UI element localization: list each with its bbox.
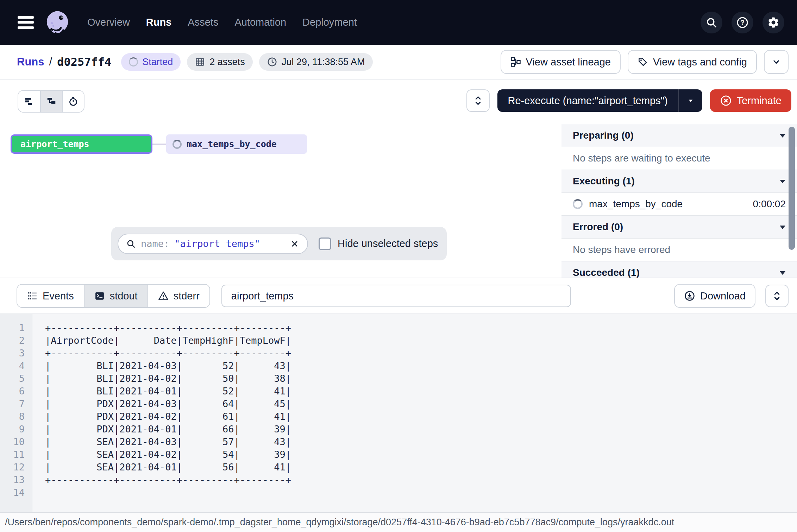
executing-step-row[interactable]: max_temps_by_code 0:00:02 <box>561 193 797 215</box>
download-icon <box>684 290 695 302</box>
section-succeeded-header[interactable]: Succeeded (1) <box>561 261 797 278</box>
table-grid-icon <box>195 57 205 67</box>
log-line: | BLI|2021-04-01| 52| 41| <box>45 385 797 398</box>
triangle-down-icon <box>779 271 786 275</box>
run-graph-panel: Re-execute (name:"airport_temps") Termin… <box>0 80 797 278</box>
log-line: | SEA|2021-04-03| 57| 43| <box>45 436 797 448</box>
question-icon: ? <box>736 16 749 29</box>
nav-item-overview[interactable]: Overview <box>87 17 130 28</box>
assets-count-badge[interactable]: 2 assets <box>187 53 253 71</box>
log-step-selector[interactable]: airport_temps <box>221 285 571 307</box>
log-line <box>45 486 797 499</box>
tag-icon <box>638 57 648 67</box>
log-line: |AirportCode| Date|TempHighF|TempLowF| <box>45 334 797 347</box>
log-line: | BLI|2021-04-03| 52| 43| <box>45 360 797 372</box>
nav-item-runs[interactable]: Runs <box>146 17 172 28</box>
run-steps-sidebar: Preparing (0) No steps are waiting to ex… <box>561 124 797 278</box>
close-icon <box>290 239 300 249</box>
hide-unselected-label[interactable]: Hide unselected steps <box>338 238 438 249</box>
log-line: | PDX|2021-04-02| 61| 41| <box>45 410 797 423</box>
reexecute-dropdown[interactable] <box>678 89 702 112</box>
gantt-flat-icon <box>24 96 34 107</box>
status-spinner-icon <box>129 57 138 66</box>
log-line: | PDX|2021-04-03| 64| 45| <box>45 398 797 410</box>
log-line: | SEA|2021-04-01| 56| 41| <box>45 461 797 474</box>
view-mode-toggle <box>18 90 84 113</box>
graph-edge <box>152 144 166 145</box>
run-id: d0257ff4 <box>57 55 111 69</box>
terminal-icon <box>94 291 105 301</box>
log-line: +-----------+----------+---------+------… <box>45 322 797 334</box>
breadcrumb-separator: / <box>49 56 52 68</box>
warning-triangle-icon <box>158 291 169 301</box>
zoom-fit-button[interactable] <box>466 89 490 112</box>
log-file-footer: /Users/ben/repos/components_demo/spark-d… <box>0 512 797 532</box>
timer-view-button[interactable] <box>62 91 84 112</box>
terminate-button[interactable]: Terminate <box>710 89 791 112</box>
lineage-icon <box>510 57 521 67</box>
breadcrumb-runs-link[interactable]: Runs <box>17 56 44 68</box>
step-filter-input[interactable]: name: "airport_temps" <box>118 234 308 254</box>
circled-x-icon <box>720 95 732 107</box>
log-toolbar: Events stdout stderr airport_temps Downl… <box>0 278 797 314</box>
download-button[interactable]: Download <box>674 284 755 308</box>
view-tags-config-button[interactable]: View tags and config <box>628 50 757 74</box>
svg-text:?: ? <box>740 18 745 26</box>
clear-filter-button[interactable] <box>290 239 300 249</box>
tab-events[interactable]: Events <box>17 285 84 307</box>
help-button[interactable]: ? <box>732 12 753 33</box>
status-badge: Started <box>121 53 181 71</box>
timestamp-badge: Jul 29, 11:38:55 AM <box>259 53 373 71</box>
filter-prefix: name: <box>141 238 169 249</box>
more-actions-button[interactable] <box>764 50 789 74</box>
executing-spinner-icon <box>172 140 182 149</box>
caret-down-icon <box>687 97 695 104</box>
nav-item-assets[interactable]: Assets <box>188 17 218 28</box>
settings-button[interactable] <box>763 12 784 33</box>
gantt-waterfall-view-button[interactable] <box>40 91 62 112</box>
section-preparing-header[interactable]: Preparing (0) <box>561 124 797 147</box>
preparing-empty-row: No steps are waiting to execute <box>561 147 797 170</box>
sidebar-scrollbar[interactable] <box>789 127 795 250</box>
reexecute-button[interactable]: Re-execute (name:"airport_temps") <box>497 89 702 112</box>
triangle-down-icon <box>779 133 786 138</box>
tab-stdout[interactable]: stdout <box>84 285 148 307</box>
nav-links: Overview Runs Assets Automation Deployme… <box>87 17 357 28</box>
top-nav: Overview Runs Assets Automation Deployme… <box>0 0 797 45</box>
log-line: | SEA|2021-04-02| 54| 39| <box>45 448 797 461</box>
clock-icon <box>267 57 277 67</box>
triangle-down-icon <box>779 179 786 184</box>
log-line: +-----------+----------+---------+------… <box>45 347 797 360</box>
log-line: | PDX|2021-04-01| 66| 39| <box>45 423 797 436</box>
event-list-icon <box>27 291 38 301</box>
view-asset-lineage-button[interactable]: View asset lineage <box>501 50 621 74</box>
tab-stderr[interactable]: stderr <box>148 285 209 307</box>
gantt-waterfall-icon <box>46 96 57 107</box>
search-button[interactable] <box>701 12 722 33</box>
section-executing-header[interactable]: Executing (1) <box>561 170 797 193</box>
gear-icon <box>767 16 780 29</box>
log-file-path: /Users/ben/repos/components_demo/spark-d… <box>5 517 674 528</box>
triangle-down-icon <box>779 225 786 229</box>
line-number-gutter: 1 2 3 4 5 6 7 8 9 10 11 12 13 14 <box>0 314 32 512</box>
hide-unselected-checkbox[interactable] <box>319 238 331 250</box>
up-down-chevrons-icon <box>473 95 483 106</box>
step-node-max-temps-by-code[interactable]: max_temps_by_code <box>166 134 307 154</box>
hamburger-menu-icon[interactable] <box>18 16 34 29</box>
search-icon <box>705 17 717 28</box>
dagster-logo[interactable] <box>44 9 71 36</box>
nav-item-deployment[interactable]: Deployment <box>302 17 357 28</box>
step-filter-bar: name: "airport_temps" Hide unselected st… <box>111 227 447 260</box>
step-elapsed-time: 0:00:02 <box>753 198 786 210</box>
run-header: Runs / d0257ff4 Started 2 assets Jul 29,… <box>0 45 797 80</box>
step-node-airport-temps[interactable]: airport_temps <box>11 134 152 154</box>
stdout-log-viewer[interactable]: 1 2 3 4 5 6 7 8 9 10 11 12 13 14 +------… <box>0 314 797 512</box>
up-down-chevrons-icon <box>772 291 782 301</box>
chevron-down-icon <box>771 57 782 67</box>
nav-item-automation[interactable]: Automation <box>234 17 286 28</box>
expand-log-button[interactable] <box>765 285 789 307</box>
section-errored-header[interactable]: Errored (0) <box>561 215 797 239</box>
executing-spinner-icon <box>573 199 583 209</box>
gantt-flat-view-button[interactable] <box>18 91 40 112</box>
log-line: +-----------+----------+---------+------… <box>45 474 797 486</box>
